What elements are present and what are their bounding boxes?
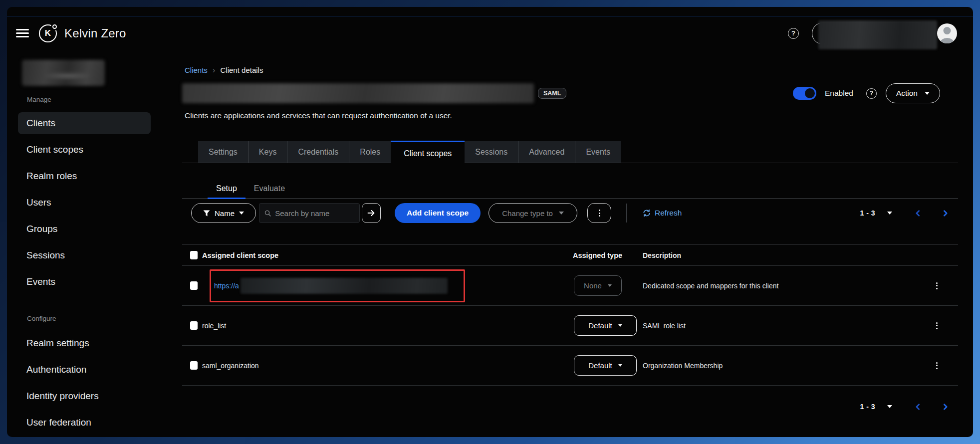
- page-header: SAML Enabled ? Action: [182, 83, 958, 104]
- assigned-type-dropdown[interactable]: Default: [574, 315, 637, 336]
- page-description: Clients are applications and services th…: [182, 111, 958, 121]
- tab-roles[interactable]: Roles: [349, 141, 391, 163]
- prev-page-button[interactable]: [914, 403, 922, 411]
- app-window: K Kelvin Zero ? Manage Clients Client sc…: [7, 7, 973, 437]
- help-icon[interactable]: ?: [788, 28, 799, 39]
- tab-advanced[interactable]: Advanced: [518, 141, 575, 163]
- protocol-badge: SAML: [538, 88, 566, 99]
- add-client-scope-button[interactable]: Add client scope: [395, 203, 481, 223]
- column-assigned-client-scope: Assigned client scope: [202, 251, 278, 259]
- tab-keys[interactable]: Keys: [248, 141, 287, 163]
- column-description: Description: [643, 251, 681, 259]
- breadcrumb: Clients › Client details: [182, 66, 958, 75]
- row-checkbox[interactable]: [190, 361, 198, 370]
- sidebar-item-users[interactable]: Users: [18, 192, 151, 214]
- logo-letter: K: [45, 28, 51, 38]
- tab-credentials[interactable]: Credentials: [287, 141, 349, 163]
- chevron-down-icon: [239, 212, 244, 215]
- client-scopes-table: Assigned client scope Assigned type Desc…: [182, 244, 958, 386]
- row-kebab-icon[interactable]: [933, 359, 941, 372]
- table-header: Assigned client scope Assigned type Desc…: [182, 245, 958, 266]
- subtab-evaluate[interactable]: Evaluate: [245, 179, 293, 198]
- toolbar-kebab-button[interactable]: [587, 203, 611, 223]
- chevron-down-icon: [618, 324, 622, 327]
- table-row: role_list Default SAML role list: [182, 306, 958, 346]
- sidebar-item-realm-roles[interactable]: Realm roles: [18, 165, 151, 187]
- tab-bar: Settings Keys Credentials Roles Client s…: [182, 141, 958, 163]
- subtab-setup[interactable]: Setup: [208, 179, 245, 199]
- kelvin-zero-logo-icon: K: [39, 24, 57, 42]
- window-top-strip: [7, 7, 973, 16]
- tab-events[interactable]: Events: [575, 141, 621, 163]
- sidebar-item-user-federation[interactable]: User federation: [18, 412, 151, 434]
- breadcrumb-current: Client details: [221, 66, 263, 75]
- enabled-help-icon[interactable]: ?: [866, 88, 877, 99]
- sidebar: Manage Clients Client scopes Realm roles…: [7, 50, 167, 437]
- sidebar-section-configure: Configure: [27, 315, 167, 322]
- client-scope-name: role_list: [202, 322, 226, 330]
- row-checkbox[interactable]: [190, 321, 198, 330]
- tab-client-scopes[interactable]: Client scopes: [391, 141, 465, 165]
- tab-sessions[interactable]: Sessions: [465, 141, 518, 163]
- enabled-label: Enabled: [825, 89, 853, 98]
- row-kebab-icon[interactable]: [933, 279, 941, 292]
- chevron-down-icon: [559, 212, 564, 215]
- sidebar-item-authentication[interactable]: Authentication: [18, 359, 151, 381]
- assigned-type-value: None: [584, 281, 602, 290]
- assigned-type-dropdown[interactable]: Default: [574, 355, 637, 376]
- pagination-dropdown-icon[interactable]: [887, 212, 892, 215]
- table-row: saml_organization Default Organization M…: [182, 346, 958, 386]
- select-all-checkbox[interactable]: [190, 251, 198, 259]
- masthead: K Kelvin Zero ?: [7, 16, 973, 50]
- scope-description: Dedicated scope and mappers for this cli…: [642, 282, 927, 290]
- main-content: Clients › Client details SAML Enabled ? …: [167, 50, 973, 437]
- sidebar-item-sessions[interactable]: Sessions: [18, 244, 151, 266]
- row-kebab-icon[interactable]: [933, 319, 941, 332]
- menu-toggle-icon[interactable]: [16, 29, 29, 37]
- refresh-link[interactable]: Refresh: [643, 209, 682, 218]
- filter-icon: [203, 210, 210, 217]
- row-checkbox[interactable]: [190, 281, 198, 290]
- refresh-icon: [643, 209, 651, 217]
- breadcrumb-separator-icon: ›: [213, 66, 216, 75]
- change-type-dropdown[interactable]: Change type to: [489, 203, 577, 223]
- subtab-bar: Setup Evaluate: [182, 179, 958, 199]
- sidebar-item-identity-providers[interactable]: Identity providers: [18, 385, 151, 407]
- chevron-down-icon: [608, 284, 612, 287]
- pagination-dropdown-icon[interactable]: [887, 405, 892, 408]
- page-title: SAML: [182, 83, 566, 103]
- breadcrumb-clients-link[interactable]: Clients: [185, 66, 208, 75]
- search-type-label: Name: [215, 209, 235, 218]
- change-type-label: Change type to: [502, 209, 553, 218]
- search-box: [259, 203, 360, 223]
- kebab-icon: [599, 210, 600, 217]
- tab-settings[interactable]: Settings: [198, 141, 248, 163]
- sidebar-item-clients[interactable]: Clients: [18, 112, 151, 134]
- logo-degree-mark: [52, 24, 57, 29]
- table-row: https://a None Dedicated scope and mappe…: [182, 266, 958, 306]
- client-scope-link[interactable]: https://a: [214, 282, 239, 290]
- prev-page-button[interactable]: [914, 210, 922, 217]
- search-type-dropdown[interactable]: Name: [191, 203, 256, 223]
- search-submit-button[interactable]: [362, 203, 381, 223]
- sidebar-item-realm-settings[interactable]: Realm settings: [18, 332, 151, 354]
- column-assigned-type: Assigned type: [573, 251, 622, 259]
- assigned-type-value: Default: [588, 321, 612, 330]
- sidebar-item-events[interactable]: Events: [18, 271, 151, 293]
- user-menu[interactable]: [812, 22, 930, 44]
- redacted-realm-selector[interactable]: [22, 60, 105, 86]
- scope-description: SAML role list: [642, 322, 927, 330]
- search-input[interactable]: [275, 209, 354, 218]
- chevron-down-icon: [618, 364, 622, 367]
- next-page-button[interactable]: [942, 403, 949, 411]
- sidebar-item-client-scopes[interactable]: Client scopes: [18, 139, 151, 161]
- action-dropdown[interactable]: Action: [886, 83, 940, 103]
- redacted-username: [818, 20, 937, 49]
- scope-description: Organization Membership: [642, 362, 927, 370]
- redacted-client-name: [182, 83, 534, 103]
- avatar[interactable]: [937, 23, 957, 43]
- sidebar-item-groups[interactable]: Groups: [18, 218, 151, 240]
- next-page-button[interactable]: [942, 210, 949, 217]
- enabled-toggle[interactable]: [793, 87, 816, 100]
- sidebar-section-manage: Manage: [27, 96, 167, 103]
